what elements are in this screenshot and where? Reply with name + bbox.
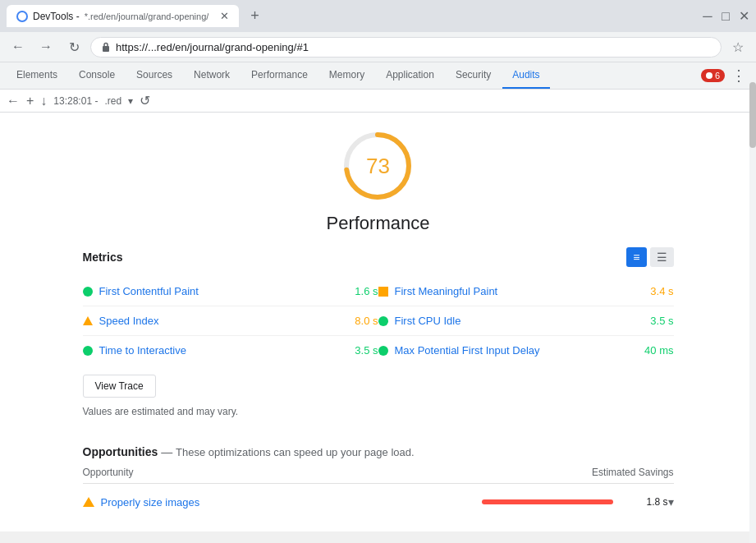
window-controls: ─ □ ✕: [702, 11, 749, 22]
metric-fcp: First Contentful Paint 1.6 s: [83, 277, 378, 306]
view-trace-button[interactable]: View Trace: [83, 375, 156, 398]
opp-desc: These optimizations can speed up your pa…: [176, 446, 415, 458]
fmp-value: 3.4 s: [650, 285, 673, 297]
metrics-header: Metrics ≡ ☰: [83, 247, 674, 267]
tti-value: 3.5 s: [355, 344, 378, 357]
dt-back-button[interactable]: ←: [7, 94, 20, 108]
si-icon: [83, 316, 93, 325]
opp-expand-button[interactable]: ▾: [668, 495, 674, 508]
devtools-menu-button[interactable]: ⋮: [728, 63, 749, 88]
opp-savings: 1.8 s: [646, 496, 667, 508]
scrollbar[interactable]: [749, 74, 756, 543]
tab-url: *.red/en/journal/grand-opening/: [85, 12, 209, 21]
toolbar-right: 6 ⋮: [701, 63, 749, 88]
estimates-note: Values are estimated and may vary.: [83, 406, 674, 417]
tab-close-icon[interactable]: ✕: [220, 10, 229, 22]
mpfid-value: 40 ms: [644, 344, 673, 357]
tab-sources[interactable]: Sources: [126, 62, 182, 89]
opp-dash: —: [161, 445, 176, 458]
fmp-icon: [378, 287, 388, 297]
tab-security[interactable]: Security: [446, 62, 501, 89]
mpfid-icon: [378, 346, 388, 356]
grid-view-button[interactable]: ≡: [626, 247, 646, 267]
fcp-name[interactable]: First Contentful Paint: [99, 285, 355, 297]
metric-tti: Time to Interactive 3.5 s: [83, 336, 378, 365]
dt-refresh-icon[interactable]: ↺: [140, 93, 150, 108]
metric-fci: First CPU Idle 3.5 s: [378, 306, 674, 336]
lock-icon: [101, 42, 111, 52]
view-toggle: ≡ ☰: [626, 247, 673, 267]
opportunities-header: Opportunities — These optimizations can …: [83, 445, 674, 458]
devtools-secondary-bar: ← + ↓ 13:28:01 - .red ▾ ↺: [0, 90, 756, 113]
tab-audits[interactable]: Audits: [502, 62, 549, 89]
tab-title: DevTools -: [33, 11, 80, 22]
nav-bar: ← → ↻ https://...red/en/journal/grand-op…: [0, 32, 756, 62]
dt-add-button[interactable]: +: [26, 94, 34, 108]
new-tab-btn[interactable]: +: [245, 6, 264, 26]
metrics-section: Metrics ≡ ☰ First Contentful Paint 1.6 s: [83, 247, 674, 429]
tti-name[interactable]: Time to Interactive: [99, 344, 355, 357]
tab-performance[interactable]: Performance: [241, 62, 318, 89]
error-count: 6: [715, 71, 720, 81]
opp-item-name[interactable]: Properly size images: [101, 496, 483, 508]
tab-network[interactable]: Network: [184, 62, 240, 89]
fcp-value: 1.6 s: [355, 285, 378, 297]
tti-icon: [83, 346, 93, 356]
tab-memory[interactable]: Memory: [319, 62, 374, 89]
opp-col-label: Opportunity: [83, 467, 134, 478]
audits-content: 73 Performance Metrics ≡ ☰ Fir: [0, 113, 756, 531]
error-circle: [706, 72, 712, 79]
tab-application[interactable]: Application: [376, 62, 444, 89]
dt-download-button[interactable]: ↓: [40, 94, 47, 108]
title-bar: DevTools - *.red/en/journal/grand-openin…: [0, 0, 756, 32]
svg-point-0: [18, 12, 26, 21]
back-button[interactable]: ←: [7, 35, 30, 58]
mpfid-name[interactable]: Max Potential First Input Delay: [395, 344, 645, 357]
fcp-icon: [83, 287, 93, 297]
tab-favicon: [16, 11, 28, 22]
browser-tab[interactable]: DevTools - *.red/en/journal/grand-openin…: [7, 5, 239, 27]
address-bar[interactable]: https://...red/en/journal/grand-opening/…: [90, 37, 722, 58]
tab-elements[interactable]: Elements: [7, 62, 67, 89]
savings-col-label: Estimated Savings: [592, 467, 673, 478]
opp-bar: [482, 499, 613, 504]
scrollbar-thumb[interactable]: [749, 82, 756, 148]
address-text: https://...red/en/journal/grand-opening/…: [116, 41, 309, 53]
maximize-button[interactable]: □: [720, 11, 731, 22]
metric-mpfid: Max Potential First Input Delay 40 ms: [378, 336, 674, 365]
close-button[interactable]: ✕: [738, 11, 749, 22]
bookmark-button[interactable]: ☆: [726, 35, 749, 58]
audit-timestamp: 13:28:01 -: [53, 95, 98, 107]
score-circle: 73: [341, 129, 415, 203]
score-number: 73: [366, 154, 390, 179]
refresh-button[interactable]: ↻: [62, 35, 85, 58]
opp-triangle-icon: [83, 497, 94, 507]
fmp-name[interactable]: First Meaningful Paint: [395, 285, 651, 297]
opp-properly-size-images: Properly size images 1.8 s ▾: [83, 487, 674, 517]
opportunities-section: Opportunities — These optimizations can …: [83, 445, 674, 517]
audit-dropdown[interactable]: ▾: [128, 95, 133, 107]
fci-value: 3.5 s: [650, 315, 673, 327]
performance-label: Performance: [327, 213, 430, 234]
metrics-title: Metrics: [83, 251, 123, 264]
fci-name[interactable]: First CPU Idle: [395, 315, 651, 327]
metrics-grid: First Contentful Paint 1.6 s First Meani…: [83, 277, 674, 365]
minimize-button[interactable]: ─: [702, 11, 713, 22]
si-name[interactable]: Speed Index: [99, 315, 355, 327]
list-view-button[interactable]: ☰: [650, 247, 674, 267]
tab-console[interactable]: Console: [69, 62, 125, 89]
metric-fmp: First Meaningful Paint 3.4 s: [378, 277, 674, 306]
error-badge: 6: [701, 69, 725, 82]
opp-columns: Opportunity Estimated Savings: [83, 462, 674, 484]
forward-button[interactable]: →: [34, 35, 57, 58]
metric-si: Speed Index 8.0 s: [83, 306, 378, 336]
devtools-panel: Elements Console Sources Network Perform…: [0, 62, 756, 531]
score-section: 73 Performance: [327, 129, 430, 234]
svg-rect-1: [103, 46, 109, 52]
audit-domain: .red: [104, 95, 121, 107]
opp-title: Opportunities: [83, 445, 158, 458]
si-value: 8.0 s: [355, 315, 378, 327]
devtools-toolbar: Elements Console Sources Network Perform…: [0, 62, 756, 90]
opp-bar-area: [482, 499, 646, 504]
fci-icon: [378, 316, 388, 326]
